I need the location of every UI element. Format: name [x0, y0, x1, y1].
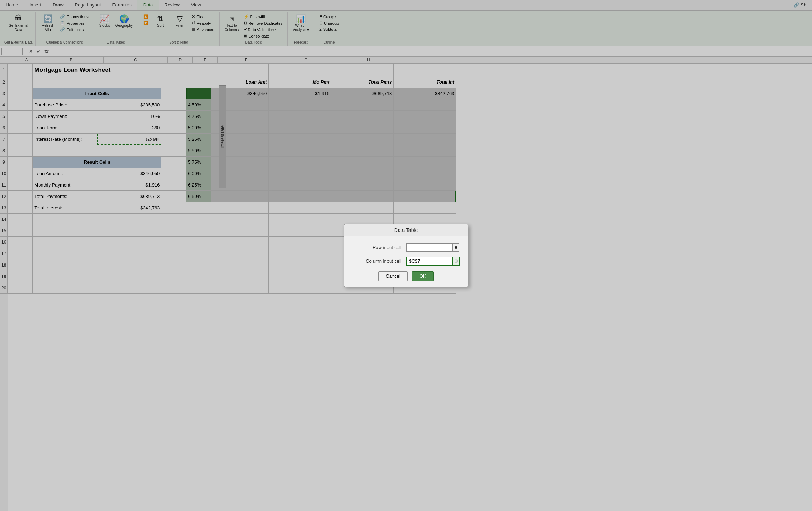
ok-button[interactable]: OK: [412, 271, 434, 281]
col-input-field[interactable]: [406, 257, 453, 266]
cancel-button[interactable]: Cancel: [378, 271, 407, 281]
dialog-body: Row input cell: ⊞ Column input cell: ⊞: [344, 236, 468, 271]
dialog-title: Data Table: [344, 224, 468, 236]
col-input-label: Column input cell:: [353, 258, 403, 264]
row-input-field[interactable]: [406, 243, 453, 252]
col-input-row: Column input cell: ⊞: [353, 257, 460, 266]
row-input-row: Row input cell: ⊞: [353, 243, 460, 252]
col-input-selector-btn[interactable]: ⊞: [453, 257, 460, 266]
row-input-selector-btn[interactable]: ⊞: [453, 243, 459, 252]
row-input-label: Row input cell:: [353, 245, 403, 250]
modal-overlay: Data Table Row input cell: ⊞ Column inpu…: [0, 0, 812, 511]
data-table-dialog: Data Table Row input cell: ⊞ Column inpu…: [344, 224, 468, 287]
dialog-buttons: Cancel OK: [344, 271, 468, 287]
